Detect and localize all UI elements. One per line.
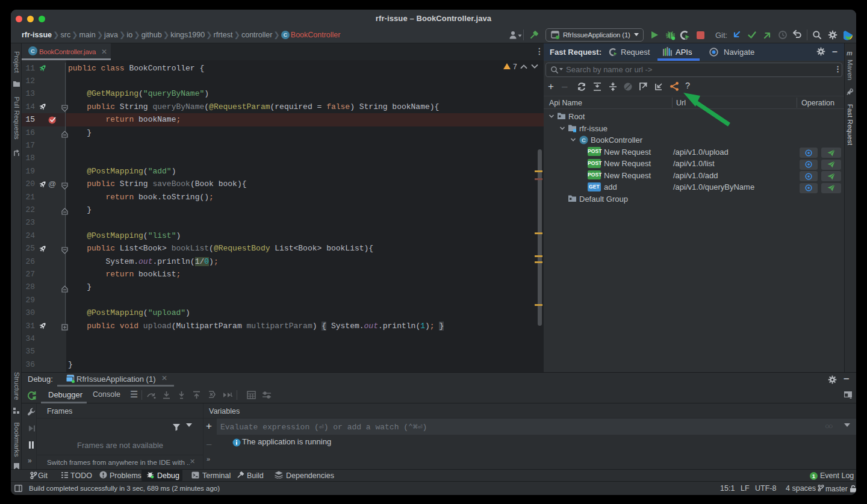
svg-text:C: C (31, 48, 35, 54)
svg-text:C: C (582, 137, 586, 143)
svg-text:C: C (284, 32, 288, 38)
